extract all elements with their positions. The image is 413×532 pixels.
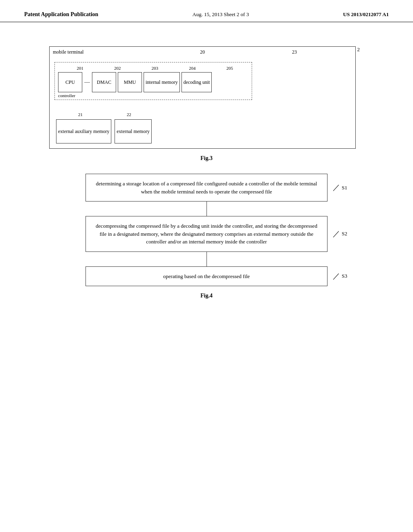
cpu-box: CPU [58,72,82,92]
step-s3-box: operating based on the decompressed file… [86,266,327,287]
mobile-terminal-label: mobile terminal [53,49,83,55]
fig4-flowchart: determining a storage location of a comp… [86,174,327,299]
outer-box: mobile terminal 20 23 201 202 203 204 20… [49,46,356,149]
fig3-diagram: 2 mobile terminal 20 23 201 202 203 204 … [49,46,364,162]
step-s1-text: determining a storage location of a comp… [96,181,317,195]
header-publication-label: Patent Application Publication [24,11,98,18]
header-date-sheet: Aug. 15, 2013 Sheet 2 of 3 [192,11,249,18]
right-labels: 21 22 [56,112,152,117]
step-s2-label: ／ S2 [333,230,347,238]
ext-memory-box: external memory [115,119,152,143]
flow-line-1 [206,202,207,216]
arrow-1: — [84,79,90,85]
flow-line-2 [206,252,207,266]
dmac-box: DMAC [92,72,116,92]
label-23: 23 [292,49,297,55]
right-boxes-row: external auxiliary memory external memor… [56,119,152,143]
step-s1-row: determining a storage location of a comp… [86,174,327,202]
num-202: 202 [114,66,121,71]
step-s1-label: ／ S1 [333,184,347,192]
mmu-box: MMU [118,72,142,92]
label-20: 20 [200,49,205,55]
internal-memory-box: internal memory [144,72,180,92]
num-205: 205 [226,66,233,71]
num-201: 201 [77,66,83,71]
diagram-number-2: 2 [357,46,360,53]
connector-2 [86,252,327,266]
controller-dashed-box: 201 202 203 204 205 CPU — DMAC M [54,62,252,100]
label-22: 22 [127,112,131,117]
step-s3-label: ／ S3 [333,272,347,281]
ext-auxiliary-memory-box: external auxiliary memory [56,119,111,143]
page-header: Patent Application Publication Aug. 15, … [0,0,413,22]
controller-label: controller [58,93,75,98]
step-s1-box: determining a storage location of a comp… [86,174,327,202]
label-21: 21 [78,112,83,117]
step-s3-text: operating based on the decompressed file [163,273,250,279]
fig4-caption: Fig.4 [86,293,327,299]
step-s2-row: decompressing the compressed file by a d… [86,216,327,252]
num-204: 204 [189,66,196,71]
component-numbers-row: 201 202 203 204 205 [58,66,248,71]
main-content: 2 mobile terminal 20 23 201 202 203 204 … [0,22,413,327]
step-s3-row: operating based on the decompressed file… [86,266,327,287]
step-s2-box: decompressing the compressed file by a d… [86,216,327,252]
num-203: 203 [152,66,159,71]
fig3-caption: Fig.3 [49,155,364,162]
step-s2-text: decompressing the compressed file by a d… [96,223,317,245]
header-patent-number: US 2013/0212077 A1 [343,11,389,18]
connector-1 [86,202,327,216]
components-row: CPU — DMAC MMU internal memory decoding … [58,72,248,92]
right-boxes: 21 22 external auxiliary memory external… [56,112,152,143]
decoding-unit-box: decoding unit [181,72,212,92]
